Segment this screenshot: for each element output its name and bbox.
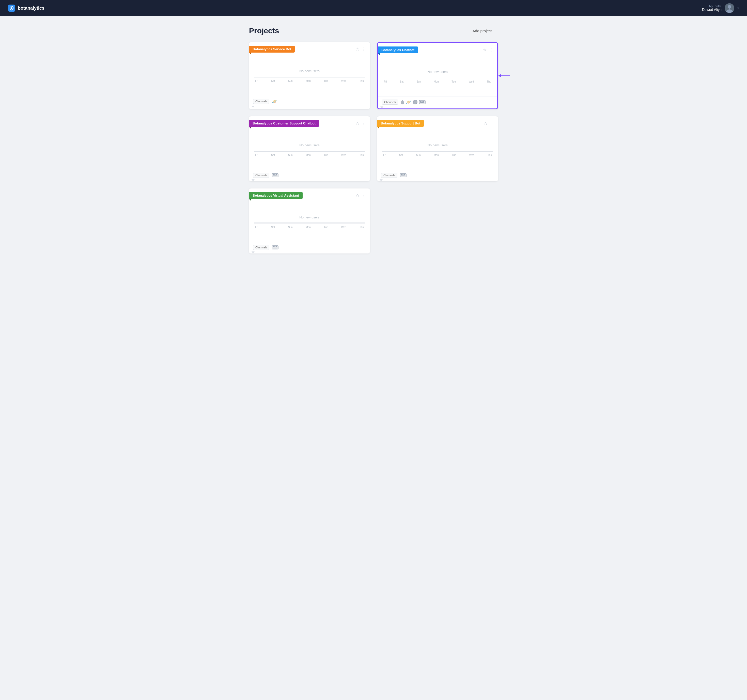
card-actions: ☆ ⋮ — [356, 121, 366, 126]
arrow-indicator — [380, 106, 383, 109]
chart-labels: FriSatSunMonTueWedThu — [382, 154, 493, 157]
selection-arrow — [498, 74, 510, 77]
chart-label: Sun — [288, 226, 293, 229]
star-button[interactable]: ☆ — [484, 121, 487, 126]
chart-label: Wed — [341, 80, 346, 82]
svg-rect-6 — [420, 101, 421, 102]
project-card-service-bot[interactable]: Botanalytics Service Bot ☆ ⋮ No new user… — [249, 42, 370, 109]
chart-label: Wed — [469, 80, 474, 83]
svg-rect-15 — [400, 173, 406, 177]
channel-icons — [272, 173, 278, 177]
card-actions: ☆ ⋮ — [356, 193, 366, 198]
svg-rect-10 — [272, 173, 278, 177]
svg-rect-19 — [401, 175, 405, 176]
svg-rect-5 — [419, 100, 425, 104]
svg-rect-17 — [402, 174, 404, 175]
projects-grid: Botanalytics Service Bot ☆ ⋮ No new user… — [249, 42, 498, 253]
project-tag: Botanalytics Service Bot — [249, 46, 295, 53]
star-button[interactable]: ☆ — [356, 47, 359, 51]
channel-icons: 🪐 — [401, 99, 426, 105]
no-new-users-text: No new users — [427, 70, 448, 74]
card-header: Botanalytics Service Bot ☆ ⋮ — [249, 42, 370, 55]
project-tag: Botanalytics Support Bot — [377, 120, 424, 127]
chart-label: Fri — [383, 154, 386, 157]
profile-info: My Profile Dawud Aliyu — [702, 5, 721, 12]
channels-label: Channels — [253, 245, 269, 250]
svg-rect-11 — [273, 174, 274, 175]
card-header: Botanalytics Support Bot ☆ ⋮ — [377, 116, 498, 129]
chart-label: Mon — [305, 80, 310, 82]
project-card-support-bot[interactable]: Botanalytics Support Bot ☆ ⋮ No new user… — [377, 116, 498, 181]
header-right: My Profile Dawud Aliyu ▾ — [702, 3, 739, 13]
card-actions: ☆ ⋮ — [483, 47, 493, 52]
channels-label: Channels — [253, 99, 269, 104]
svg-rect-8 — [423, 101, 424, 102]
svg-rect-14 — [273, 175, 277, 176]
no-new-users-text: No new users — [427, 143, 448, 147]
chart-label: Wed — [341, 226, 346, 229]
chart-label: Sat — [271, 80, 275, 82]
svg-rect-21 — [273, 246, 274, 247]
chart-label: Tue — [324, 80, 328, 82]
star-button[interactable]: ☆ — [483, 47, 487, 52]
chart-line — [383, 77, 492, 77]
svg-point-1 — [11, 8, 12, 9]
chart-label: Fri — [255, 80, 258, 82]
card-footer: Channels — [377, 170, 498, 181]
chart-label: Sat — [271, 154, 275, 157]
more-button[interactable]: ⋮ — [362, 121, 366, 126]
chevron-down-icon[interactable]: ▾ — [737, 6, 739, 10]
chart-label: Sat — [399, 154, 403, 157]
chart-label: Sun — [288, 80, 293, 82]
card-header: Botanalytics Customer Support Chatbot ☆ … — [249, 116, 370, 129]
more-button[interactable]: ⋮ — [362, 47, 366, 51]
chart-label: Mon — [305, 154, 310, 157]
page-title-row: Projects Add project... — [249, 26, 498, 35]
star-button[interactable]: ☆ — [356, 193, 359, 198]
svg-rect-20 — [272, 246, 278, 249]
svg-rect-24 — [273, 247, 277, 248]
card-chart: No new users FriSatSunMonTueWedThu — [249, 129, 370, 170]
more-button[interactable]: ⋮ — [490, 121, 494, 126]
card-header: Botanalytics Chatbot ☆ ⋮ — [378, 43, 497, 56]
chart-label: Tue — [324, 226, 328, 229]
svg-rect-7 — [422, 101, 423, 102]
profile-label: My Profile — [702, 5, 721, 8]
card-chart: No new users FriSatSunMonTueWedThu — [378, 56, 497, 97]
avatar[interactable] — [724, 3, 734, 13]
main-content: Projects Add project... Botanalytics Ser… — [234, 16, 513, 264]
chart-label: Thu — [360, 154, 364, 157]
arrow-line — [501, 75, 510, 76]
project-card-chatbot[interactable]: Botanalytics Chatbot ☆ ⋮ No new users Fr… — [377, 42, 498, 109]
profile-name: Dawud Aliyu — [702, 8, 721, 12]
more-button[interactable]: ⋮ — [362, 193, 366, 198]
keyboard-icon — [400, 173, 407, 177]
arrow-indicator — [251, 252, 255, 253]
svg-rect-16 — [401, 174, 402, 175]
chart-label: Sat — [400, 80, 404, 83]
chart-label: Mon — [305, 226, 310, 229]
chart-label: Wed — [341, 154, 346, 157]
logo[interactable]: botanalytics — [8, 5, 44, 12]
page-title: Projects — [249, 26, 279, 35]
add-project-button[interactable]: Add project... — [470, 27, 498, 35]
project-tag: Botanalytics Virtual Assistant — [249, 192, 302, 199]
chart-labels: FriSatSunMonTueWedThu — [254, 80, 365, 82]
header: ⋮ botanalytics My Profile Dawud Aliyu ▾ — [0, 0, 747, 16]
svg-rect-12 — [274, 174, 275, 175]
project-card-customer-support[interactable]: Botanalytics Customer Support Chatbot ☆ … — [249, 116, 370, 181]
chart-label: Thu — [360, 226, 364, 229]
planet-icon: 🪐 — [272, 98, 277, 104]
card-footer: Channels 🪐 — [378, 97, 497, 109]
no-new-users-text: No new users — [299, 143, 319, 147]
keyboard-icon — [272, 245, 278, 249]
chart-label: Thu — [487, 80, 491, 83]
project-card-virtual-assistant[interactable]: Botanalytics Virtual Assistant ☆ ⋮ No ne… — [249, 189, 370, 253]
more-button[interactable]: ⋮ — [489, 47, 493, 52]
chart-label: Tue — [324, 154, 328, 157]
chart-baseline — [382, 151, 493, 152]
channels-label: Channels — [381, 173, 398, 178]
keyboard-icon — [419, 100, 426, 104]
star-button[interactable]: ☆ — [356, 121, 359, 126]
card-chart: No new users FriSatSunMonTueWedThu — [249, 55, 370, 96]
